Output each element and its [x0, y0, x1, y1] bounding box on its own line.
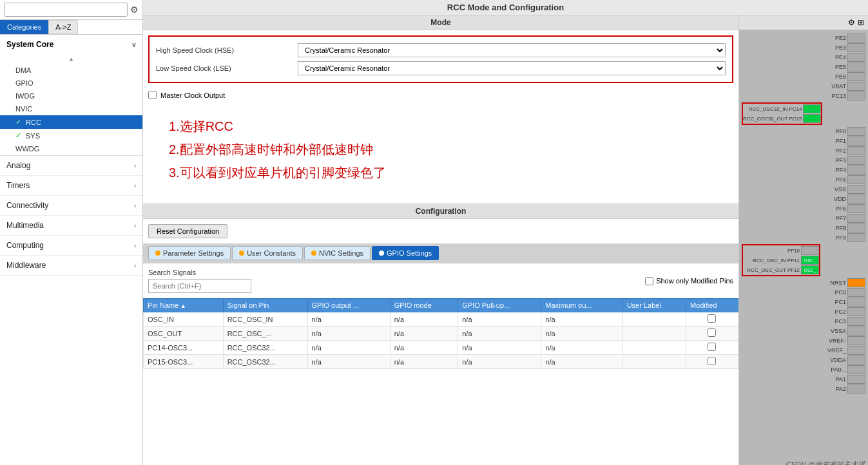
pin-vdd-box [847, 195, 865, 204]
lse-select[interactable]: Crystal/Ceramic Resonator [298, 61, 726, 75]
pin-pc14-row: RCC_OSC32_IN PC14 [743, 104, 821, 113]
pin-vref-row: VREF_ [742, 346, 865, 355]
sidebar-item-gpio[interactable]: GPIO [0, 77, 142, 90]
table-row[interactable]: OSC_OUTRCC_OSC_...n/an/an/an/a [144, 327, 738, 341]
timers-label: Timers [6, 181, 30, 190]
config-section: Configuration Reset Configuration Parame… [143, 204, 738, 369]
pin-pc13-box [847, 91, 865, 100]
pin-vss-row: VSS [742, 185, 865, 194]
sidebar: ⚙ Categories A->Z System Core ∨ ▲ DMA GP… [0, 0, 143, 465]
pin-pf11-label: RCC_OSC_IN PF11 [743, 258, 801, 263]
sidebar-item-dma[interactable]: DMA [0, 64, 142, 77]
pin-pe6-box [847, 72, 865, 81]
pin-pf9-row: PF9 [742, 233, 865, 242]
pin-vrefminus-label: VREF- [802, 337, 847, 344]
table-row[interactable]: PC14-OSC3...RCC_OSC32...n/an/an/an/a [144, 341, 738, 355]
chip-gear-icon[interactable]: ⚙ [848, 18, 855, 27]
lse-label: Low Speed Clock (LSE) [156, 64, 298, 72]
tab-gpio-settings[interactable]: GPIO Settings [372, 246, 439, 260]
tab-nvic-settings[interactable]: NVIC Settings [304, 246, 371, 260]
annotation-area: 1.选择RCC 2.配置外部高速时钟和外部低速时钟 3.可以看到对应单片机的引脚… [143, 102, 738, 197]
pin-pc15-box [803, 114, 821, 123]
show-modified-checkbox[interactable] [645, 277, 653, 285]
pin-pf1-row: PF1 [742, 137, 865, 146]
pin-pf4-row: PF4 [742, 166, 865, 175]
sidebar-item-wwdg[interactable]: WWDG [0, 142, 142, 155]
sidebar-item-rcc[interactable]: RCC [0, 115, 142, 129]
sidebar-item-timers[interactable]: Timers › [0, 176, 142, 196]
tab-parameter-settings[interactable]: Parameter Settings [148, 246, 231, 260]
search-signals-label: Search Signals [148, 269, 251, 276]
th-gpio-pull[interactable]: GPIO Pull-up... [458, 299, 541, 312]
chip-topbar: ⚙ ⊞ [739, 15, 868, 30]
highlight-box-1: RCC_OSC32_IN PC14 RCC_OSC32_OUT PC15 [742, 102, 822, 125]
sidebar-item-iwdg[interactable]: IWDG [0, 90, 142, 102]
search-signals-area: Search Signals Show only Modified Pins [143, 263, 738, 298]
chevron-down-icon: ∨ [131, 41, 136, 48]
section-system-core-header[interactable]: System Core ∨ [0, 35, 142, 54]
pin-pf8-label: PF8 [802, 225, 847, 231]
pin-pe6-row: PE6 [742, 72, 865, 81]
th-max-out[interactable]: Maximum ou... [541, 299, 622, 312]
pin-pa2-box [847, 384, 865, 394]
sidebar-item-multimedia[interactable]: Multimedia › [0, 216, 142, 236]
mode-area: High Speed Clock (HSE) Crystal/Ceramic R… [148, 35, 733, 83]
pin-pa2-label: PA2 [802, 386, 847, 392]
pin-pf7-label: PF7 [802, 215, 847, 222]
pin-pe4-row: PE4 [742, 53, 865, 62]
tab-az[interactable]: A->Z [48, 20, 78, 34]
pin-pf5-label: PF5 [802, 176, 847, 183]
topbar: RCC Mode and Configuration [143, 0, 868, 15]
th-gpio-mode[interactable]: GPIO mode [390, 299, 458, 312]
pin-pc3-label: PC3 [802, 318, 847, 325]
tab-user-constants[interactable]: User Constants [232, 246, 303, 260]
chip-expand-icon[interactable]: ⊞ [858, 18, 864, 27]
master-clock-row: Master Clock Output [143, 88, 738, 102]
th-pin-name[interactable]: Pin Name [144, 299, 224, 312]
gear-icon[interactable]: ⚙ [130, 5, 139, 15]
pin-pc14-box [803, 104, 821, 113]
master-clock-label: Master Clock Output [160, 91, 225, 99]
sidebar-item-middleware[interactable]: Middleware › [0, 256, 142, 276]
pin-pe4-box [847, 53, 865, 62]
pin-pf1-box [847, 137, 865, 146]
th-modified[interactable]: Modified [686, 299, 738, 312]
pin-pc3-row: PC3 [742, 317, 865, 326]
reset-configuration-button[interactable]: Reset Configuration [148, 224, 227, 238]
pin-pc15-label: RCC_OSC32_OUT PC15 [743, 116, 803, 122]
sidebar-item-sys[interactable]: SYS [0, 129, 142, 142]
search-input[interactable] [4, 3, 128, 17]
pin-pc3-box [847, 317, 865, 326]
pin-pa0-row: PA0... [742, 365, 865, 374]
sidebar-item-analog[interactable]: Analog › [0, 156, 142, 176]
pin-pf6-row: PF6 [742, 204, 865, 213]
master-clock-checkbox[interactable] [148, 91, 157, 99]
pin-pf12-row: RCC_OSC_OUT PF12 OSC_ [743, 265, 819, 274]
search-signals-group: Search Signals [148, 269, 251, 293]
th-gpio-output[interactable]: GPIO output ... [307, 299, 390, 312]
modified-checkbox[interactable] [708, 343, 716, 351]
sidebar-item-computing[interactable]: Computing › [0, 236, 142, 256]
multimedia-label: Multimedia [6, 221, 44, 230]
modified-checkbox[interactable] [708, 357, 716, 365]
pin-pc1-row: PC1 [742, 298, 865, 307]
sidebar-item-connectivity[interactable]: Connectivity › [0, 196, 142, 216]
sidebar-item-nvic[interactable]: NVIC [0, 102, 142, 115]
pin-pc0-label: PC0 [802, 289, 847, 296]
tab-categories[interactable]: Categories [0, 20, 48, 34]
th-user-label[interactable]: User Label [622, 299, 686, 312]
signals-table: Pin Name Signal on Pin GPIO output ... G… [143, 298, 738, 369]
table-row[interactable]: OSC_INRCC_OSC_INn/an/an/an/a [144, 312, 738, 327]
modified-checkbox[interactable] [708, 328, 716, 337]
pin-pf4-label: PF4 [802, 167, 847, 173]
chevron-right-icon: › [134, 202, 136, 209]
chevron-right-icon: › [134, 222, 136, 229]
modified-checkbox[interactable] [708, 314, 716, 323]
table-row[interactable]: PC15-OSC3...RCC_OSC32...n/an/an/an/a [144, 355, 738, 369]
th-signal-on-pin[interactable]: Signal on Pin [223, 299, 307, 312]
pin-vref-box [847, 346, 865, 355]
sidebar-tabs: Categories A->Z [0, 20, 142, 35]
search-signals-input[interactable] [148, 279, 251, 293]
analog-label: Analog [6, 161, 30, 170]
hse-select[interactable]: Crystal/Ceramic Resonator [298, 43, 726, 57]
